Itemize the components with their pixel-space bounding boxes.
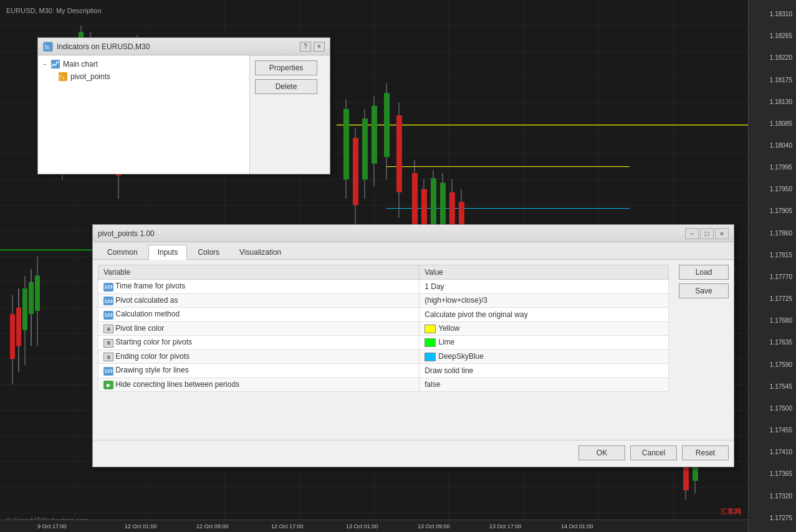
load-button[interactable]: Load xyxy=(679,265,729,280)
properties-inner: Variable Value 123 Time frame for pivots… xyxy=(93,260,734,440)
price-axis: 1.18310 1.18265 1.18220 1.18175 1.18130 … xyxy=(748,0,796,532)
svg-text:EURUSD, M30:  My Description: EURUSD, M30: My Description xyxy=(6,6,102,14)
tree-item-pivot-points[interactable]: f x pivot_points xyxy=(41,70,247,83)
value-cell: DeepSkyBlue xyxy=(420,349,669,364)
variable-cell: 123 Time frame for pivots xyxy=(98,280,420,294)
table-row[interactable]: ⊞ Ending color for pivotsDeepSkyBlue xyxy=(98,349,669,364)
price-label: 1.17275 xyxy=(750,515,795,521)
table-row[interactable]: ⊞ Starting color for pivotsLime xyxy=(98,336,669,350)
tab-colors[interactable]: Colors xyxy=(188,245,229,259)
indicators-controls: ? × xyxy=(300,42,325,52)
svg-rect-72 xyxy=(384,93,390,157)
price-label: 1.17815 xyxy=(750,252,795,259)
table-row[interactable]: 123 Pivot calculated as(high+low+close)/… xyxy=(98,293,669,308)
ok-button[interactable]: OK xyxy=(578,445,625,460)
variable-cell: 123 Drawing style for lines xyxy=(98,364,420,378)
value-cell: Yellow xyxy=(420,321,669,336)
properties-main-content: Variable Value 123 Time frame for pivots… xyxy=(93,260,734,465)
table-row[interactable]: ⊞ Pivot line colorYellow xyxy=(98,321,669,336)
time-label: 13 Oct 09:00 xyxy=(418,523,450,530)
table-row[interactable]: ▶ Hide conecting lines between periodsfa… xyxy=(98,378,669,392)
indicators-dialog: fx Indicators on EURUSD,M30 ? × − Main c… xyxy=(37,37,330,174)
properties-dialog: pivot_points 1.00 − □ × Common Inputs Co… xyxy=(92,224,734,467)
price-label: 1.17860 xyxy=(750,230,795,237)
close-button[interactable]: × xyxy=(715,228,729,239)
save-button[interactable]: Save xyxy=(679,283,729,298)
indicators-body: − Main chart f x pivot_points Properties… xyxy=(38,55,330,174)
indicators-title-left: fx Indicators on EURUSD,M30 xyxy=(43,42,150,52)
svg-text:x: x xyxy=(62,75,65,80)
maximize-button[interactable]: □ xyxy=(700,228,714,239)
svg-rect-44 xyxy=(35,275,40,311)
num-icon: 123 xyxy=(103,367,113,376)
table-row[interactable]: 123 Drawing style for linesDraw solid li… xyxy=(98,364,669,378)
value-cell: Calculate pivot the original way xyxy=(420,308,669,322)
tab-visualization[interactable]: Visualization xyxy=(230,245,290,259)
main-chart-icon xyxy=(50,59,60,69)
img-icon: ▶ xyxy=(103,381,113,389)
delete-button[interactable]: Delete xyxy=(255,79,317,94)
price-label: 1.17545 xyxy=(750,383,795,390)
side-buttons: Load Save xyxy=(674,260,734,440)
indicators-title-text: Indicators on EURUSD,M30 xyxy=(57,42,150,51)
price-label: 1.18220 xyxy=(750,54,795,61)
svg-rect-42 xyxy=(22,288,27,330)
value-cell: Lime xyxy=(420,336,669,350)
price-label: 1.18040 xyxy=(750,142,795,149)
price-label: 1.18130 xyxy=(750,98,795,105)
svg-rect-38 xyxy=(29,282,34,314)
price-label: 1.17410 xyxy=(750,449,795,455)
price-label: 1.17365 xyxy=(750,470,795,477)
value-cell: 1 Day xyxy=(420,280,669,294)
svg-rect-70 xyxy=(372,106,377,164)
indicators-help-button[interactable]: ? xyxy=(300,42,311,52)
price-label: 1.17725 xyxy=(750,295,795,302)
tree-main-chart-label: Main chart xyxy=(63,60,98,69)
price-label: 1.17770 xyxy=(750,273,795,280)
tree-pivot-label: pivot_points xyxy=(70,72,110,81)
tree-item-main-chart[interactable]: − Main chart xyxy=(41,58,247,70)
table-row[interactable]: 123 Calculation methodCalculate pivot th… xyxy=(98,308,669,322)
indicators-titlebar: fx Indicators on EURUSD,M30 ? × xyxy=(38,38,330,55)
color-preview xyxy=(424,338,436,347)
indicators-close-button[interactable]: × xyxy=(314,42,325,52)
price-label: 1.18085 xyxy=(750,120,795,127)
watermark2: 汇客网 xyxy=(721,507,741,516)
variable-cell: ⊞ Pivot line color xyxy=(98,321,420,336)
price-label: 1.17905 xyxy=(750,207,795,214)
svg-text:fx: fx xyxy=(45,44,50,50)
price-label: 1.17680 xyxy=(750,317,795,324)
indicators-icon: fx xyxy=(43,42,53,52)
num-icon: 123 xyxy=(103,297,113,305)
variable-cell: 123 Calculation method xyxy=(98,308,420,322)
num-icon: 123 xyxy=(103,283,113,292)
properties-titlebar: pivot_points 1.00 − □ × xyxy=(93,225,734,242)
minimize-button[interactable]: − xyxy=(685,228,699,239)
properties-table: Variable Value 123 Time frame for pivots… xyxy=(98,265,669,392)
variable-cell: ⊞ Ending color for pivots xyxy=(98,349,420,364)
table-row[interactable]: 123 Time frame for pivots1 Day xyxy=(98,280,669,294)
svg-rect-115 xyxy=(51,60,60,69)
price-label: 1.17500 xyxy=(750,405,795,412)
price-label: 1.17320 xyxy=(750,493,795,500)
price-label: 1.17950 xyxy=(750,186,795,192)
reset-button[interactable]: Reset xyxy=(682,445,729,460)
tab-inputs[interactable]: Inputs xyxy=(148,245,188,260)
properties-button[interactable]: Properties xyxy=(255,60,317,75)
time-label: 9 Oct 17:00 xyxy=(37,523,67,530)
color-preview xyxy=(424,353,436,361)
time-label: 13 Oct 17:00 xyxy=(489,523,522,530)
table-area: Variable Value 123 Time frame for pivots… xyxy=(93,260,674,440)
time-label: 12 Oct 17:00 xyxy=(271,523,304,530)
price-label: 1.18310 xyxy=(750,11,795,17)
value-cell: false xyxy=(420,378,669,392)
properties-title: pivot_points 1.00 xyxy=(98,229,155,238)
tab-common[interactable]: Common xyxy=(98,245,147,259)
pivot-points-icon: f x xyxy=(58,72,68,82)
cancel-button[interactable]: Cancel xyxy=(630,445,677,460)
price-label: 1.17590 xyxy=(750,361,795,368)
tabs-bar: Common Inputs Colors Visualization xyxy=(93,242,734,260)
properties-controls: − □ × xyxy=(685,228,729,239)
svg-rect-64 xyxy=(343,109,349,179)
price-label: 1.17995 xyxy=(750,164,795,171)
